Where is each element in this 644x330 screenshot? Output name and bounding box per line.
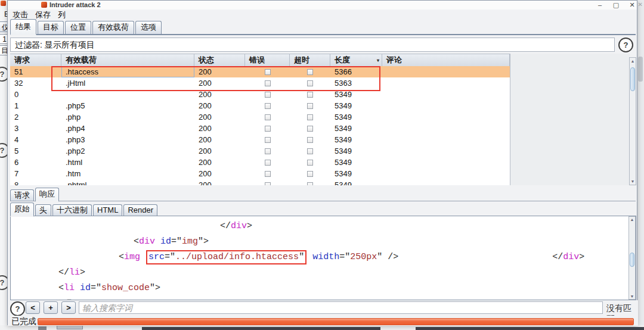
table-row[interactable]: 2.php2005349 xyxy=(10,111,510,123)
tab-目标[interactable]: 目标 xyxy=(38,21,64,34)
cell-comment xyxy=(382,77,510,89)
search-input[interactable] xyxy=(79,301,603,314)
error-checkbox xyxy=(265,171,271,177)
code-line: </div> xyxy=(11,219,636,234)
column-header-error[interactable]: 错误 xyxy=(245,54,290,66)
help-icon[interactable]: ? xyxy=(618,38,633,52)
table-row[interactable]: 51.htaccess2005366 xyxy=(10,66,510,77)
cell-error xyxy=(245,111,290,123)
tab-响应[interactable]: 响应 xyxy=(35,188,59,202)
cell-status: 200 xyxy=(194,145,245,157)
screen: B Bu 仪 1 目 ? ? ? ✕ Intruder attack 2 – ▢… xyxy=(0,0,644,330)
cell-length: 5349 xyxy=(330,111,382,123)
timeout-checkbox xyxy=(307,148,313,154)
cell-error xyxy=(245,145,290,157)
tab-位置[interactable]: 位置 xyxy=(65,21,91,34)
column-header-payload[interactable]: 有效载荷 xyxy=(61,54,194,66)
cell-timeout xyxy=(290,100,330,111)
close-button[interactable]: ✕ xyxy=(626,1,639,9)
table-row[interactable]: 5.php22005349 xyxy=(10,145,510,157)
scrollbar-thumb[interactable] xyxy=(630,67,635,91)
response-scrollbar[interactable]: ▲ ▼ xyxy=(628,216,636,300)
menu-bar: 攻击保存列 xyxy=(8,10,637,20)
cell-length: 5349 xyxy=(330,134,382,145)
search-next-button[interactable]: > xyxy=(61,301,76,314)
tab-Render[interactable]: Render xyxy=(123,204,157,216)
error-checkbox xyxy=(265,114,271,120)
column-header-request[interactable]: 请求 xyxy=(10,54,61,66)
cell-comment xyxy=(382,179,510,185)
cell-request: 0 xyxy=(10,89,61,100)
cell-length: 5349 xyxy=(330,168,382,179)
cell-error xyxy=(245,123,290,134)
cell-request: 7 xyxy=(10,168,61,179)
scroll-up-icon[interactable]: ▲ xyxy=(630,59,636,63)
scroll-up-icon[interactable]: ▲ xyxy=(629,217,635,222)
timeout-checkbox xyxy=(307,182,313,186)
progress-fill xyxy=(38,318,634,325)
cell-error xyxy=(245,100,290,111)
table-row[interactable]: 32.jHtml2005363 xyxy=(10,77,510,89)
table-scrollbar[interactable]: ▲ ▼ xyxy=(629,57,636,185)
cell-comment xyxy=(382,134,510,145)
table-row[interactable]: 4.php32005349 xyxy=(10,134,510,145)
tab-HTML[interactable]: HTML xyxy=(93,204,122,216)
maximize-button[interactable]: ▢ xyxy=(609,1,623,9)
timeout-checkbox xyxy=(307,103,313,109)
menu-item-列[interactable]: 列 xyxy=(58,10,66,20)
table-side-panel xyxy=(510,54,630,185)
cell-error xyxy=(245,66,290,77)
scroll-down-icon[interactable]: ▼ xyxy=(629,294,635,298)
cell-request: 5 xyxy=(10,145,61,157)
search-prev-button[interactable]: < xyxy=(26,301,40,314)
error-checkbox xyxy=(265,69,271,75)
tab-选项[interactable]: 选项 xyxy=(135,21,162,34)
code-line: <img src="../upload/info.htaccess" width… xyxy=(11,250,636,265)
cell-status: 200 xyxy=(194,123,245,134)
search-help-icon[interactable]: ? xyxy=(10,301,25,316)
cell-error xyxy=(245,168,290,179)
timeout-checkbox xyxy=(307,126,313,132)
table-row[interactable]: 7.htm2005349 xyxy=(10,168,510,179)
cell-status: 200 xyxy=(194,111,245,123)
error-checkbox xyxy=(265,148,271,154)
minimize-button[interactable]: – xyxy=(593,1,606,9)
menu-item-保存[interactable]: 保存 xyxy=(35,10,51,20)
search-highlight-button[interactable]: + xyxy=(44,301,58,314)
column-header-timeout[interactable]: 超时 xyxy=(290,54,330,66)
taskbar-segment xyxy=(416,327,644,330)
table-row[interactable]: 6.html2005349 xyxy=(10,157,510,168)
cell-comment xyxy=(382,100,510,111)
burp-window-icon xyxy=(41,2,47,8)
scroll-down-icon[interactable]: ▼ xyxy=(630,179,636,183)
column-header-comment[interactable]: 评论 xyxy=(382,54,510,66)
cell-comment xyxy=(382,111,510,123)
tab-原始[interactable]: 原始 xyxy=(10,203,34,217)
column-header-length[interactable]: 长度▾ xyxy=(330,54,382,66)
cell-comment xyxy=(382,157,510,168)
table-row[interactable]: 02005349 xyxy=(10,89,510,100)
response-raw-view: </div><div id="img"><img src="../upload/… xyxy=(10,216,636,300)
timeout-checkbox xyxy=(307,160,313,166)
tab-结果[interactable]: 结果 xyxy=(10,19,36,35)
cell-error xyxy=(245,179,290,185)
table-row[interactable]: 3.php42005349 xyxy=(10,123,510,134)
scrollbar-thumb[interactable] xyxy=(630,253,634,267)
cell-payload xyxy=(61,89,194,100)
tab-头[interactable]: 头 xyxy=(35,204,51,216)
cell-length: 5349 xyxy=(330,89,382,100)
filter-bar[interactable]: 过滤器: 显示所有项目 xyxy=(10,38,615,52)
search-bar: ? < + > 没有匹配 xyxy=(8,300,638,316)
tab-十六进制[interactable]: 十六进制 xyxy=(52,204,92,216)
intruder-attack-window: Intruder attack 2 – ▢ ✕ 攻击保存列 结果目标位置有效载荷… xyxy=(7,0,637,325)
code-line: </li> xyxy=(11,265,636,281)
cell-error xyxy=(245,157,290,168)
table-row[interactable]: 8.phtml2005349 xyxy=(10,179,510,185)
cell-timeout xyxy=(290,123,330,134)
tab-请求[interactable]: 请求 xyxy=(10,189,34,201)
cell-payload: .jHtml xyxy=(61,77,194,89)
table-row[interactable]: 1.php52005349 xyxy=(10,100,510,111)
cell-status: 200 xyxy=(194,100,245,111)
tab-有效载荷[interactable]: 有效载荷 xyxy=(92,21,134,34)
column-header-status[interactable]: 状态 xyxy=(194,54,245,66)
